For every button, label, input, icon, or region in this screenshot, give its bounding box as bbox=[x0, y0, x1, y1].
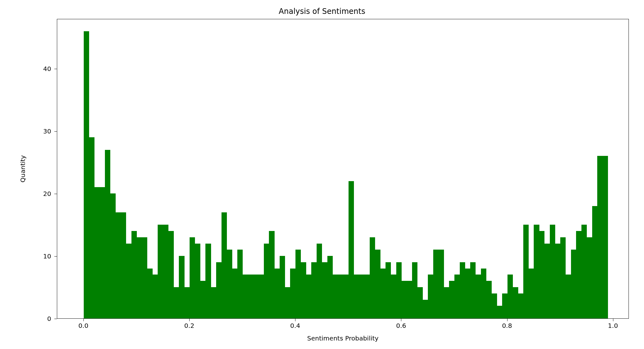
histogram-bar bbox=[237, 250, 243, 318]
xtick-mark bbox=[189, 319, 190, 321]
histogram-bar bbox=[222, 212, 227, 318]
histogram-bar bbox=[174, 287, 179, 318]
histogram-bar bbox=[523, 225, 529, 318]
histogram-bar bbox=[417, 287, 423, 318]
histogram-bar bbox=[465, 269, 470, 318]
ytick-label: 10 bbox=[43, 252, 54, 260]
histogram-bar bbox=[396, 262, 402, 318]
ytick-label: 30 bbox=[43, 127, 54, 135]
histogram-bar bbox=[491, 293, 497, 318]
xtick-label: 0.2 bbox=[184, 322, 194, 329]
histogram-bar bbox=[428, 275, 433, 318]
histogram-bar bbox=[306, 275, 312, 318]
histogram-bar bbox=[153, 275, 158, 318]
ytick-mark bbox=[54, 131, 57, 132]
histogram-bar bbox=[89, 137, 94, 318]
histogram-bar bbox=[216, 262, 222, 318]
histogram-bar bbox=[205, 244, 211, 319]
ytick-label: 40 bbox=[43, 65, 54, 73]
histogram-bar bbox=[401, 281, 407, 318]
xtick-mark bbox=[83, 319, 84, 321]
histogram-bar bbox=[380, 269, 386, 318]
histogram-bar bbox=[460, 262, 465, 318]
histogram-bar bbox=[332, 275, 338, 318]
histogram-bar bbox=[126, 244, 131, 319]
ytick-label: 20 bbox=[43, 190, 54, 198]
histogram-bar bbox=[280, 256, 285, 318]
histogram-bar bbox=[534, 225, 539, 318]
histogram-bar bbox=[232, 269, 237, 318]
ytick-mark bbox=[54, 256, 57, 257]
histogram-bar bbox=[481, 269, 486, 318]
histogram-bar bbox=[211, 287, 216, 318]
histogram-bar bbox=[253, 275, 258, 318]
histogram-bar bbox=[295, 250, 301, 318]
xtick-mark bbox=[613, 319, 613, 321]
histogram-bar bbox=[94, 187, 100, 318]
y-axis-label: Quantity bbox=[19, 19, 27, 319]
xtick-label: 0.0 bbox=[78, 322, 88, 329]
histogram-bar bbox=[147, 269, 153, 318]
histogram-bar bbox=[571, 250, 576, 318]
ytick-label: 0 bbox=[47, 315, 54, 322]
histogram-bar bbox=[412, 262, 417, 318]
histogram-bar bbox=[349, 181, 354, 318]
histogram-bar bbox=[476, 275, 481, 318]
chart-title: Analysis of Sentiments bbox=[0, 7, 644, 16]
histogram-bar bbox=[566, 275, 571, 318]
histogram-bar bbox=[190, 237, 195, 318]
histogram-bar bbox=[248, 275, 253, 318]
ytick-mark bbox=[54, 69, 57, 69]
histogram-bar bbox=[168, 231, 174, 318]
xtick-label: 0.8 bbox=[502, 322, 512, 329]
histogram-bar bbox=[343, 275, 349, 318]
histogram-bar bbox=[587, 237, 592, 318]
ytick-mark bbox=[54, 194, 57, 194]
histogram-bar bbox=[264, 244, 269, 319]
histogram-bar bbox=[115, 212, 121, 318]
histogram-bar bbox=[370, 237, 375, 318]
ytick-mark bbox=[54, 319, 57, 319]
histogram-bar bbox=[513, 287, 518, 318]
histogram-bar bbox=[184, 287, 190, 318]
histogram-bar bbox=[163, 225, 168, 318]
histogram-bar bbox=[364, 275, 370, 318]
histogram-bar bbox=[386, 262, 391, 318]
histogram-bar bbox=[539, 231, 544, 318]
histogram-bar bbox=[544, 244, 550, 319]
histogram-bar bbox=[529, 269, 534, 318]
xtick-label: 0.4 bbox=[290, 322, 300, 329]
histogram-bar bbox=[597, 156, 603, 318]
xtick-label: 0.6 bbox=[396, 322, 406, 329]
histogram-bar bbox=[486, 281, 492, 318]
histogram-bar bbox=[603, 156, 608, 318]
histogram-bar bbox=[327, 256, 333, 318]
histogram-bar bbox=[285, 287, 290, 318]
histogram-bar bbox=[227, 250, 232, 318]
histogram-bar bbox=[375, 250, 380, 318]
histogram-bar bbox=[449, 281, 454, 318]
histogram-bar bbox=[454, 275, 460, 318]
histogram-bar bbox=[290, 269, 295, 318]
histogram-bar bbox=[258, 275, 264, 318]
histogram-bar bbox=[100, 187, 105, 318]
histogram-bar bbox=[359, 275, 364, 318]
histogram-bar bbox=[391, 275, 396, 318]
histogram-bar bbox=[311, 262, 317, 318]
histogram-bar bbox=[243, 275, 248, 318]
xtick-mark bbox=[507, 319, 507, 321]
histogram-bar bbox=[200, 281, 206, 318]
histogram-bar bbox=[84, 31, 89, 318]
histogram-bar bbox=[439, 250, 444, 318]
histogram-bar bbox=[555, 244, 560, 319]
histogram-bar bbox=[269, 231, 274, 318]
chart-axes bbox=[57, 19, 629, 319]
histogram-bar bbox=[407, 281, 412, 318]
histogram-bar bbox=[422, 300, 428, 318]
histogram-bar bbox=[502, 293, 507, 318]
histogram-bar bbox=[142, 237, 147, 318]
histogram-bar bbox=[470, 262, 476, 318]
histogram-bar bbox=[497, 306, 502, 318]
histogram-bar bbox=[560, 237, 566, 318]
histogram-bar bbox=[592, 206, 598, 318]
